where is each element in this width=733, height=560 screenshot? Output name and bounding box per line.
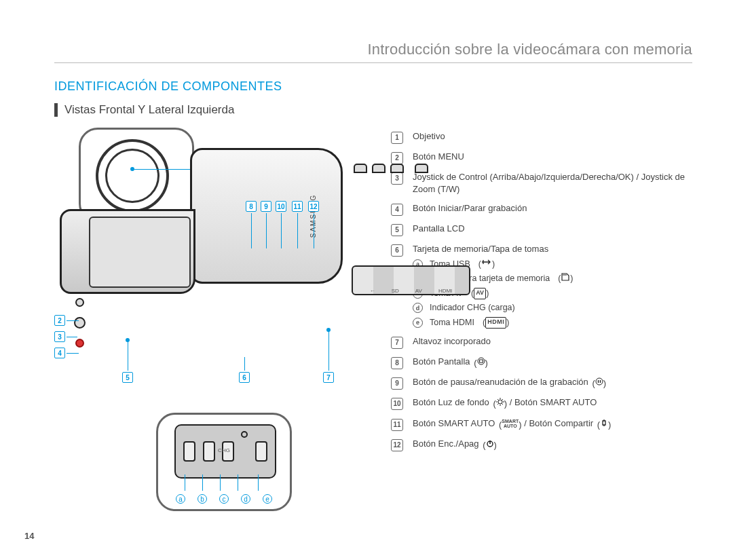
share-icon: () — [597, 419, 612, 431]
svg-rect-1 — [479, 360, 483, 362]
legend-text: Botón MENU — [413, 151, 692, 163]
callout-leader — [314, 213, 314, 248]
callout-leader — [185, 474, 185, 491]
callout-dot — [326, 328, 331, 332]
num-badge: 6 — [391, 244, 403, 257]
callout-leader — [202, 474, 203, 491]
callout-leader — [238, 474, 238, 491]
legend-text: Botón de pausa/reanudación de la grabaci… — [413, 376, 692, 390]
legend-text-10a: Botón Luz de fondo — [413, 397, 489, 407]
legend-row-4: 4 Botón Iniciar/Parar grabación — [391, 202, 692, 216]
display-icon: () — [474, 357, 488, 369]
letter-badge: e — [413, 318, 423, 328]
callout-leader — [67, 337, 77, 337]
menu-button-shape — [75, 298, 84, 307]
callout-leader — [244, 357, 245, 371]
legend-text: Botón Luz de fondo () / Botón SMART AUTO — [413, 396, 692, 410]
page-number: 14 — [24, 531, 34, 541]
chg-led-shape — [241, 431, 248, 438]
sub-text: Indicador CHG (carga) — [430, 302, 515, 314]
legend-text-12: Botón Enc./Apag — [413, 438, 479, 449]
letter-a: a — [176, 494, 185, 504]
legend-row-5: 5 Pantalla LCD — [391, 223, 692, 236]
letter-e: e — [263, 494, 272, 504]
chapter-title: Introducción sobre la videocámara con me… — [54, 41, 692, 63]
num-badge: 1 — [391, 132, 403, 144]
legend-text: Botón Enc./Apag () — [413, 438, 692, 451]
manual-page: Introducción sobre la videocámara con me… — [0, 0, 733, 560]
port-letters-row: a b c d e — [158, 494, 290, 504]
svg-point-2 — [596, 378, 603, 385]
hdmi-icon: (HDMI) — [483, 317, 509, 329]
svg-point-3 — [498, 400, 502, 404]
button-9-shape — [372, 164, 386, 173]
svg-point-0 — [478, 358, 485, 365]
letter-d: d — [241, 494, 250, 504]
legend-row-11: 11 Botón SMART AUTO (SMARTAUTO) / Botón … — [391, 417, 692, 431]
legend-text: Altavoz incorporado — [413, 335, 692, 348]
legend: 1 Objetivo 2 Botón MENU 3 Joystick de Co… — [391, 128, 692, 511]
num-badge: 2 — [391, 152, 403, 164]
sub-text: Toma HDMI — [430, 317, 474, 329]
callout-7: 7 — [323, 372, 334, 383]
pause-icon: () — [592, 377, 606, 390]
legend-text: Objetivo — [413, 130, 692, 143]
lcd-screen-shape — [89, 217, 191, 288]
backlight-icon: () — [493, 398, 507, 410]
num-badge: 12 — [391, 439, 403, 451]
callout-leader — [128, 341, 128, 371]
legend-row-9: 9 Botón de pausa/reanudación de la graba… — [391, 376, 692, 390]
callout-leader — [281, 213, 282, 248]
num-badge: 10 — [391, 398, 403, 410]
button-8-shape — [354, 164, 367, 173]
sd-icon: () — [558, 273, 573, 285]
callout-leader — [67, 320, 79, 321]
callout-leader — [134, 169, 197, 170]
legend-text: Botón SMART AUTO (SMARTAUTO) / Botón Com… — [413, 417, 692, 431]
legend-text-10b: / Botón SMART AUTO — [510, 397, 597, 407]
num-badge: 7 — [391, 337, 403, 349]
camcorder-diagram: 1 ←SDAVHDMI 8 9 10 11 — [54, 128, 366, 511]
num-badge: 8 — [391, 357, 403, 369]
legend-text: Botón Iniciar/Parar grabación — [413, 202, 692, 214]
button-11-shape — [415, 164, 428, 173]
legend-row-2: 2 Botón MENU — [391, 151, 692, 164]
usb-icon: () — [478, 259, 495, 271]
legend-row-7: 7 Altavoz incorporado — [391, 335, 692, 349]
chg-label: CHG — [158, 447, 290, 453]
smartauto-icon: (SMARTAUTO) — [499, 419, 522, 431]
callout-12: 12 — [308, 201, 319, 212]
callout-4: 4 — [54, 348, 65, 358]
lcd-panel-shape — [60, 209, 195, 294]
callout-leader — [220, 474, 221, 491]
callout-leader — [328, 331, 329, 371]
legend-text: Pantalla LCD — [413, 223, 692, 235]
view-subtitle: Vistas Frontal Y Lateral Izquierda — [54, 103, 692, 117]
callout-leader — [297, 213, 298, 248]
num-badge: 9 — [391, 377, 403, 390]
callout-2: 2 — [54, 315, 65, 326]
legend-text-11b: / Botón Compartir — [524, 418, 593, 428]
lens-icon — [96, 139, 169, 212]
letter-badge: d — [413, 303, 423, 313]
legend-row-3: 3 Joystick de Control (Arriba/Abajo/Izqu… — [391, 171, 692, 195]
callout-6: 6 — [239, 372, 250, 383]
av-icon: (AV) — [471, 288, 489, 300]
callout-3: 3 — [54, 331, 65, 342]
letter-b: b — [198, 494, 207, 504]
legend-row-10: 10 Botón Luz de fondo () / Botón SMART A… — [391, 396, 692, 410]
joystick-shape — [74, 317, 86, 329]
section-title: IDENTIFICACIÓN DE COMPONENTES — [54, 79, 692, 94]
callout-9: 9 — [261, 201, 271, 212]
callout-11: 11 — [292, 201, 303, 212]
legend-row-1: 1 Objetivo — [391, 130, 692, 144]
legend-row-12: 12 Botón Enc./Apag () — [391, 438, 692, 451]
callout-dot — [126, 338, 130, 342]
callout-5: 5 — [122, 372, 133, 383]
callout-10: 10 — [276, 201, 286, 212]
button-10-shape — [390, 164, 404, 173]
sub-item-e: e Toma HDMI (HDMI) — [413, 317, 692, 329]
record-button-shape — [75, 339, 84, 348]
legend-text: Botón Pantalla () — [413, 356, 692, 369]
legend-text-8: Botón Pantalla — [413, 356, 470, 367]
